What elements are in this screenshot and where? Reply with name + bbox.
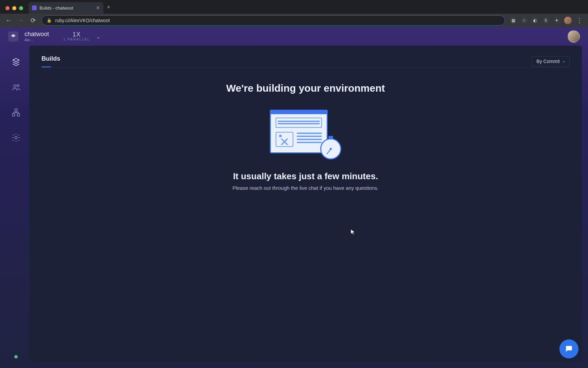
- url-text: ruby.ci/AlexVKO/chatwoot: [55, 18, 110, 23]
- project-block[interactable]: chatwoot Ale ..: [24, 31, 49, 42]
- app-topbar: chatwoot Ale .. 1X 1 PARALLEL ⌄: [0, 27, 588, 46]
- team-icon[interactable]: [11, 82, 21, 93]
- close-tab-button[interactable]: ✕: [96, 5, 100, 11]
- building-illustration-icon: [270, 110, 341, 157]
- connection-status-dot: [14, 355, 18, 358]
- parallel-label: 1 PARALLEL: [63, 38, 90, 42]
- browser-menu-button[interactable]: ⋮: [576, 17, 583, 24]
- close-window-button[interactable]: [5, 6, 10, 10]
- browser-tab[interactable]: Builds - chatwoot ✕: [29, 2, 103, 14]
- empty-state-subheading: It usually takes just a few minutes.: [42, 171, 570, 182]
- live-chat-button[interactable]: [559, 339, 578, 358]
- user-avatar[interactable]: [568, 30, 580, 43]
- new-tab-button[interactable]: +: [107, 4, 111, 11]
- qr-icon[interactable]: ▦: [510, 17, 517, 24]
- svg-point-1: [17, 85, 19, 87]
- integrations-icon[interactable]: [11, 107, 21, 118]
- extensions-icon[interactable]: ✦: [553, 17, 560, 24]
- minimize-window-button[interactable]: [12, 6, 16, 10]
- browser-chrome: Builds - chatwoot ✕ + ← → ⟳ 🔒 ruby.ci/Al…: [0, 0, 588, 27]
- settings-icon[interactable]: [11, 132, 21, 143]
- extension-2-icon[interactable]: S: [542, 17, 549, 24]
- tab-row: Builds - chatwoot ✕ +: [0, 0, 588, 14]
- tab-label: Builds: [42, 55, 60, 62]
- project-name: chatwoot: [24, 31, 49, 38]
- content-panel: Builds By Commit We're building your env…: [29, 46, 582, 362]
- project-owner: Ale ..: [24, 38, 49, 42]
- svg-point-0: [14, 85, 16, 87]
- empty-state-heading: We're building your environment: [42, 82, 570, 94]
- bookmark-icon[interactable]: ☆: [521, 17, 527, 24]
- profile-avatar-icon[interactable]: [564, 17, 572, 24]
- address-bar[interactable]: 🔒 ruby.ci/AlexVKO/chatwoot: [42, 15, 505, 26]
- extension-1-icon[interactable]: ◐: [532, 17, 538, 24]
- maximize-window-button[interactable]: [19, 6, 23, 10]
- dropdown-value: By Commit: [537, 59, 560, 64]
- parallel-dropdown-button[interactable]: ⌄: [96, 33, 100, 40]
- tabs-row: Builds By Commit: [42, 55, 570, 67]
- tab-builds[interactable]: Builds: [42, 55, 60, 67]
- back-button[interactable]: ←: [5, 17, 12, 24]
- empty-state: We're building your environment It usual…: [42, 82, 570, 191]
- address-row: ← → ⟳ 🔒 ruby.ci/AlexVKO/chatwoot ▦ ☆ ◐ S…: [0, 14, 588, 27]
- parallel-block[interactable]: 1X 1 PARALLEL: [63, 31, 90, 41]
- svg-point-2: [15, 137, 17, 139]
- sidenav: [3, 46, 29, 368]
- parallel-count: 1X: [63, 31, 90, 38]
- sort-dropdown[interactable]: By Commit: [532, 56, 570, 66]
- empty-state-paragraph: Please reach out through the live chat i…: [42, 185, 570, 191]
- app-logo-icon[interactable]: [8, 31, 18, 42]
- reload-button[interactable]: ⟳: [29, 17, 37, 24]
- app: chatwoot Ale .. 1X 1 PARALLEL ⌄: [0, 27, 588, 368]
- forward-button[interactable]: →: [17, 17, 24, 24]
- cursor-icon: [350, 229, 355, 235]
- app-body: Builds By Commit We're building your env…: [0, 46, 588, 368]
- builds-icon[interactable]: [11, 57, 21, 67]
- tab-title: Builds - chatwoot: [39, 5, 73, 11]
- favicon-icon: [32, 5, 37, 10]
- window-controls: [5, 6, 23, 10]
- toolbar-right: ▦ ☆ ◐ S ✦ ⋮: [510, 17, 583, 24]
- lock-icon: 🔒: [47, 18, 52, 23]
